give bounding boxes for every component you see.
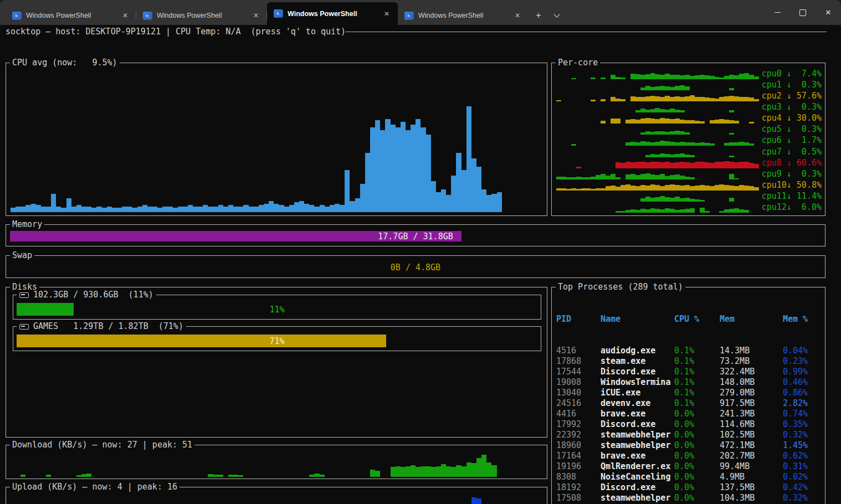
tab-windows-powershell-2[interactable]: >_Windows PowerShell✕ [136,6,267,25]
process-row: 17868steam.exe0.1%73.2MB0.23% [556,356,823,367]
process-cell: 17164 [556,451,601,461]
chart-bar [650,198,655,202]
process-cell: audiodg.exe [601,346,674,356]
chart-bar [630,186,635,191]
chart-bar [591,78,596,79]
chart-bar [213,207,218,212]
tab-dropdown-button[interactable] [548,6,565,25]
chart-bar [630,96,635,102]
process-cell: 114.6MB [720,419,783,430]
chart-bar [325,207,330,212]
chart-bar [491,465,496,477]
chart-bar [715,162,720,168]
close-button[interactable]: ✕ [816,0,841,25]
chart-bar [655,74,660,79]
chart-bar [705,143,710,146]
chart-bar [665,185,670,191]
chart-bar [749,163,754,168]
chart-bar [259,205,264,212]
chart-bar [675,210,680,213]
process-cell: 148.0MB [720,377,783,388]
chart-bar [456,153,461,212]
chart-bar [670,109,675,112]
terminal-content: socktop — host: DESKTOP-9P19121 | CPU Te… [0,25,841,504]
chart-bar [223,207,228,212]
process-cell: 22392 [556,430,601,440]
chart-bar [213,475,218,477]
chart-bar [660,186,665,191]
chart-bar [616,162,621,168]
chart-bar [31,204,36,212]
chart-bar [345,170,350,213]
download-chart [11,452,542,477]
chart-bar [645,155,650,157]
chart-bar [744,186,749,191]
chart-bar [635,175,640,179]
chart-bar [729,133,734,135]
chart-bar [284,207,289,212]
tab-windows-powershell-3[interactable]: >_Windows PowerShell✕ [267,2,398,25]
process-cell: 137.5MB [720,482,783,493]
chart-bar [117,208,122,212]
chart-bar [685,75,690,79]
process-cell: Discord.exe [601,419,674,430]
chart-bar [690,199,695,202]
chart-bar [650,162,655,168]
maximize-button[interactable] [790,0,816,25]
chart-bar [729,162,734,168]
chart-bar [655,197,660,202]
chart-bar [685,86,690,90]
minimize-button[interactable] [765,0,790,25]
column-header-mem: Mem % [783,314,823,325]
chart-bar [446,466,451,477]
chart-bar [431,467,436,477]
new-tab-button[interactable]: + [529,6,548,25]
chart-bar [122,207,127,212]
process-row: 17508steamwebhelper0.0%104.3MB0.32% [556,493,823,503]
process-cell: 18960 [556,440,601,451]
chart-bar [611,174,616,179]
chart-bar [294,202,299,212]
chart-bar [734,162,739,168]
chart-bar [167,207,172,212]
chart-bar [650,73,655,79]
tab-close-icon[interactable]: ✕ [512,11,523,20]
tab-close-icon[interactable]: ✕ [250,11,261,20]
chart-bar [208,207,213,212]
top-processes-panel: Top Processes (289 total) PIDNameCPU %Me… [551,287,825,504]
chart-bar [685,198,690,202]
chart-bar [675,96,680,102]
core-sparkline [556,70,759,79]
chart-bar [650,119,655,124]
chart-bar [665,74,670,79]
chart-bar [675,154,680,157]
chart-bar [340,205,345,212]
chart-bar [729,88,734,90]
tab-close-icon[interactable]: ✕ [381,9,392,19]
memory-gauge: 17.7GB / 31.8GB [10,231,821,241]
chart-bar [71,207,76,212]
chart-bar [441,189,446,212]
chart-bar [76,205,81,212]
chart-bar [734,121,739,124]
chart-bar [719,97,724,101]
tab-windows-powershell-1[interactable]: >_Windows PowerShell✕ [6,6,136,25]
per-core-panel: Per-core cpu0 ↓ 7.4%cpu1 ↓ 0.3%cpu2 ↓ 57… [551,63,825,216]
chart-bar [734,142,739,146]
chart-bar [640,119,645,124]
chart-bar [650,174,655,179]
disk-games-name: GAMES [33,321,73,332]
process-cell: 0.0% [674,419,720,430]
chart-bar [650,109,655,112]
process-cell: 917.5MB [720,398,783,409]
chart-bar [650,96,655,102]
chart-bar [481,455,486,477]
chart-bar [566,189,571,191]
tab-windows-powershell-4[interactable]: >_Windows PowerShell✕ [398,6,529,25]
chart-bar [645,86,650,90]
chart-bar [675,110,680,112]
chart-bar [645,209,650,213]
tab-close-icon[interactable]: ✕ [120,11,131,20]
chart-bar [665,86,670,90]
chart-bar [675,86,680,90]
